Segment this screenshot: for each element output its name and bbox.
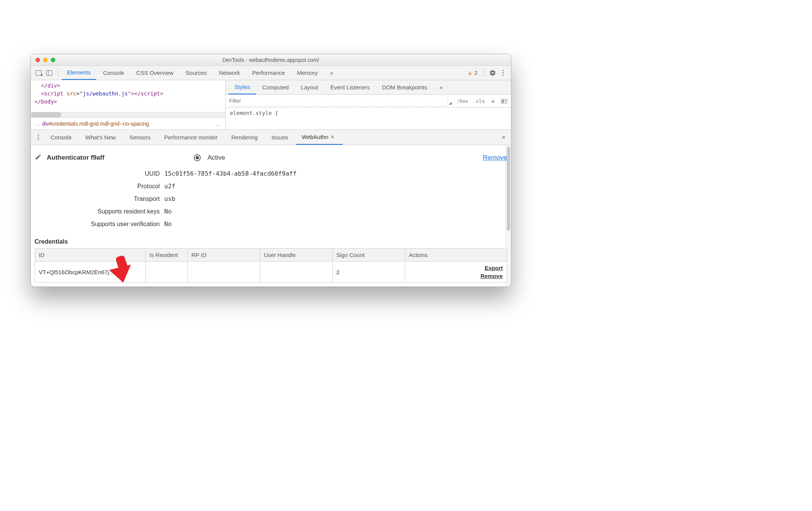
remove-authenticator-link[interactable]: Remove — [483, 154, 507, 162]
remove-credential-link[interactable]: Remove — [480, 273, 503, 279]
breadcrumb-prev[interactable]: … — [35, 121, 40, 127]
prop-protocol-value: u2f — [164, 183, 507, 190]
drawer-tab-issues[interactable]: Issues — [265, 130, 294, 145]
drawer-tab-perfmon[interactable]: Performance monitor — [158, 130, 224, 145]
col-is-resident: Is Resident — [145, 249, 187, 262]
col-id: ID — [35, 249, 145, 262]
authenticator-title: Authenticator f9aff — [47, 154, 105, 162]
warnings-badge[interactable]: ▲ 2 — [465, 70, 480, 76]
styles-filter-input[interactable] — [229, 96, 448, 106]
active-label: Active — [208, 154, 225, 162]
prop-uv-value: No — [164, 220, 507, 228]
drawer-tab-webauthn[interactable]: WebAuthn × — [296, 130, 343, 145]
breadcrumb[interactable]: … div#credentials.mdl-grid.mdl-grid--no-… — [31, 117, 225, 129]
authenticator-header: Authenticator f9aff Active Remove — [35, 154, 507, 162]
hov-toggle[interactable]: :hov — [456, 98, 468, 104]
authenticator-properties: UUID 15c01f56-785f-43b4-ab58-4facd60f9af… — [35, 170, 507, 228]
subtab-computed[interactable]: Computed — [256, 80, 295, 94]
window-title: DevTools - webauthndemo.appspot.com/ — [31, 57, 511, 63]
prop-uuid-label: UUID — [35, 170, 164, 177]
devtools-window: DevTools - webauthndemo.appspot.com/ Ele… — [31, 54, 511, 287]
cell-sign-count: 2 — [332, 262, 405, 283]
drawer-more-icon[interactable] — [34, 133, 43, 142]
tab-performance[interactable]: Performance — [247, 66, 290, 80]
subtab-styles[interactable]: Styles — [229, 80, 256, 94]
cell-user-handle — [260, 262, 332, 283]
styles-filter-row: ◢ :hov .cls ＋ — [226, 95, 511, 108]
prop-resident-label: Supports resident keys — [35, 208, 164, 215]
webauthn-panel: Authenticator f9aff Active Remove UUID 1… — [31, 145, 511, 286]
prop-transport-value: usb — [164, 195, 507, 202]
divider — [58, 69, 58, 77]
breadcrumb-classes: .mdl-grid.mdl-grid--no-spacing — [78, 121, 149, 127]
tab-network[interactable]: Network — [214, 66, 245, 80]
col-sign-count: Sign Count — [332, 249, 405, 262]
prop-resident-value: No — [164, 208, 507, 215]
drawer-tab-rendering[interactable]: Rendering — [225, 130, 264, 145]
inspect-element-icon[interactable] — [34, 68, 43, 78]
table-header-row: ID Is Resident RP ID User Handle Sign Co… — [35, 249, 507, 262]
close-drawer-icon[interactable]: × — [499, 134, 508, 141]
horizontal-scrollbar[interactable] — [31, 112, 225, 117]
new-style-rule-icon[interactable]: ＋ — [490, 97, 496, 106]
subtab-event-listeners[interactable]: Event Listeners — [324, 80, 376, 94]
drawer-tabs: Console What's New Sensors Performance m… — [31, 130, 511, 145]
drawer-tab-console[interactable]: Console — [45, 130, 78, 145]
prop-uv-label: Supports user verification — [35, 221, 164, 228]
col-actions: Actions — [405, 249, 507, 262]
subtab-layout[interactable]: Layout — [295, 80, 324, 94]
settings-icon[interactable] — [488, 68, 497, 78]
close-tab-icon[interactable]: × — [329, 134, 337, 141]
breadcrumb-tag: div — [42, 121, 49, 127]
elements-split: </div> <script src="js/webauthn.js"></sc… — [31, 80, 511, 130]
subtabs-overflow-icon[interactable]: » — [433, 80, 448, 94]
element-style-block[interactable]: element.style { — [226, 108, 511, 129]
col-rp-id: RP ID — [187, 249, 260, 262]
col-user-handle: User Handle — [260, 249, 332, 262]
breadcrumb-next[interactable]: … — [216, 121, 221, 127]
credentials-heading: Credentials — [35, 238, 507, 245]
cls-toggle[interactable]: .cls — [473, 98, 485, 104]
tab-memory[interactable]: Memory — [292, 66, 323, 80]
drawer-tab-webauthn-label: WebAuthn — [302, 134, 329, 140]
active-radio[interactable] — [194, 154, 201, 161]
more-options-icon[interactable] — [499, 68, 508, 78]
warning-icon: ▲ — [467, 70, 473, 76]
subtab-dom-breakpoints[interactable]: DOM Breakpoints — [376, 80, 433, 94]
drawer-tab-sensors[interactable]: Sensors — [123, 130, 156, 145]
breadcrumb-id: #credentials — [49, 121, 78, 127]
resize-handle-icon[interactable]: ◢ — [449, 101, 452, 105]
cell-is-resident — [145, 262, 187, 283]
cell-id: VT+Ql516ObcpKRM2En67j… — [35, 262, 145, 283]
edit-icon[interactable] — [35, 154, 42, 162]
window-titlebar: DevTools - webauthndemo.appspot.com/ — [31, 54, 511, 66]
cell-rp-id — [187, 262, 260, 283]
tabs-overflow-icon[interactable]: » — [325, 66, 338, 80]
drawer-tab-whatsnew[interactable]: What's New — [79, 130, 122, 145]
cell-actions: Export Remove — [405, 262, 507, 283]
tab-css-overview[interactable]: CSS Overview — [131, 66, 179, 80]
device-toggle-icon[interactable] — [45, 68, 54, 78]
divider — [484, 69, 484, 77]
tab-sources[interactable]: Sources — [180, 66, 212, 80]
dom-tree-pane: </div> <script src="js/webauthn.js"></sc… — [31, 80, 226, 129]
dom-source[interactable]: </div> <script src="js/webauthn.js"></sc… — [31, 80, 225, 112]
styles-pane: Styles Computed Layout Event Listeners D… — [226, 80, 511, 129]
table-row: VT+Ql516ObcpKRM2En67j… 2 Export Remove — [35, 262, 507, 283]
credentials-table: ID Is Resident RP ID User Handle Sign Co… — [35, 248, 507, 283]
prop-transport-label: Transport — [35, 196, 164, 202]
tab-elements[interactable]: Elements — [62, 66, 97, 80]
warning-count: 2 — [474, 70, 477, 76]
prop-uuid-value: 15c01f56-785f-43b4-ab58-4facd60f9aff — [164, 170, 507, 177]
prop-protocol-label: Protocol — [35, 183, 164, 190]
styles-subtabs: Styles Computed Layout Event Listeners D… — [226, 80, 511, 95]
export-credential-link[interactable]: Export — [485, 265, 503, 271]
toggle-sidebar-icon[interactable] — [501, 99, 507, 103]
tab-console[interactable]: Console — [98, 66, 129, 80]
main-toolbar: Elements Console CSS Overview Sources Ne… — [31, 66, 511, 80]
